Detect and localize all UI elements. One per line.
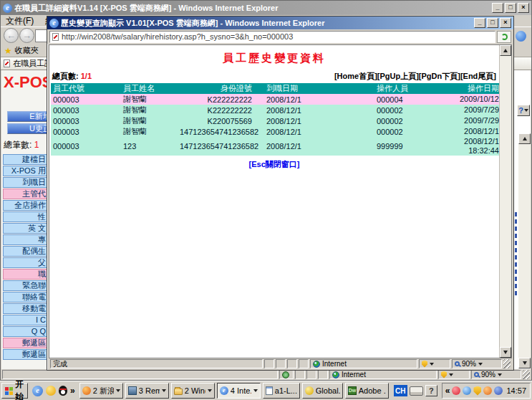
bg-vertical-scrollbar[interactable] xyxy=(518,133,531,368)
sidebar-item[interactable]: 父 xyxy=(3,257,49,268)
bg-minimize-button[interactable]: _ xyxy=(492,3,503,13)
resize-grip[interactable] xyxy=(503,359,511,368)
cell: 謝智蘭 xyxy=(119,126,180,137)
windows-logo-icon xyxy=(5,387,13,395)
start-button[interactable]: 开始 xyxy=(1,383,28,399)
chevron-down-icon xyxy=(116,389,120,392)
sidebar-item[interactable]: 緊急聯 xyxy=(3,280,49,291)
scroll-up-icon[interactable] xyxy=(500,45,511,56)
help-menu-button[interactable]: ? xyxy=(517,105,530,116)
add-button[interactable]: E新增 xyxy=(7,111,52,122)
taskbar-button-uc[interactable]: 2 新浪UC xyxy=(79,383,123,399)
popup-titlebar[interactable]: e 歷史變更查詢顯示 V1.01[X-POS 雲端商務網] - Windows … xyxy=(47,16,513,29)
taskbar-clock[interactable]: 14:57 xyxy=(506,386,526,395)
popup-zoom-level: 90% xyxy=(462,360,476,368)
close-window-link[interactable]: [Esc關閉窗口] xyxy=(49,159,499,170)
cell: 2008/12/1 xyxy=(255,137,362,156)
sidebar-item[interactable]: 全店操作 xyxy=(3,200,49,211)
tray-collapse-icon[interactable]: « xyxy=(445,386,450,396)
bg-close-button[interactable]: × xyxy=(518,3,529,13)
tray-volume-icon[interactable] xyxy=(483,386,492,395)
taskbar-button-adobe[interactable]: Dw Adobe ... xyxy=(345,383,389,399)
cell: 147123654741236582 xyxy=(180,126,255,137)
ie-quicklaunch-icon[interactable]: e xyxy=(32,386,43,396)
chevron-down-icon xyxy=(253,389,258,392)
sidebar-item[interactable]: 性 xyxy=(3,211,49,222)
bg-security-zone: Internet xyxy=(329,370,437,379)
popup-statusbar: 完成 Internet 90% xyxy=(49,358,512,369)
menu-file[interactable]: 文件(F) xyxy=(6,15,34,27)
cell: 2008/12/1 xyxy=(255,94,362,105)
cell: 謝智蘭 xyxy=(119,105,180,115)
popup-protected-mode[interactable] xyxy=(419,359,450,368)
bg-maximize-button[interactable]: □ xyxy=(505,3,516,13)
taskbar-button-internet[interactable]: e 4 Inte... xyxy=(217,383,261,399)
tray-security-shield-icon[interactable] xyxy=(473,386,481,396)
search-icon[interactable] xyxy=(516,31,526,42)
language-indicator[interactable]: CH xyxy=(394,385,407,396)
quick-launch-overflow-icon[interactable]: » xyxy=(70,386,75,396)
sidebar-item[interactable]: 聯絡電 xyxy=(3,292,49,303)
popup-status-cell xyxy=(264,359,274,368)
uc-quicklaunch-icon[interactable] xyxy=(46,386,56,396)
sidebar-item[interactable]: 配偶生 xyxy=(3,246,49,257)
language-help-button[interactable]: ? xyxy=(425,385,437,396)
bg-protected-mode[interactable] xyxy=(438,370,470,379)
scroll-down-icon[interactable] xyxy=(518,358,531,368)
table-row: 000003 謝智蘭 K222222222 2008/12/1 000004 2… xyxy=(51,94,499,105)
magnifier-icon xyxy=(474,372,479,377)
sidebar-item[interactable]: X-POS 用 xyxy=(3,166,49,176)
tray-uc-icon[interactable] xyxy=(452,386,460,395)
popup-close-button[interactable]: × xyxy=(500,18,511,28)
uc-icon xyxy=(82,386,91,395)
forward-button[interactable]: → xyxy=(19,28,34,43)
sidebar-item[interactable]: 郵遞區 xyxy=(3,349,49,360)
popup-window-title: 歷史變更查詢顯示 V1.01[X-POS 雲端商務網] - Windows In… xyxy=(61,18,472,29)
keyboard-icon[interactable] xyxy=(410,386,423,396)
sidebar-item[interactable]: I C xyxy=(3,315,49,325)
favorites-label[interactable]: 收藏夾 xyxy=(15,45,39,56)
refresh-icon xyxy=(501,34,508,40)
taskbar-button-remote[interactable]: 3 Remo... xyxy=(125,383,169,399)
popup-vertical-scrollbar[interactable] xyxy=(499,45,511,358)
sidebar-item[interactable]: 到職日 xyxy=(3,177,49,188)
back-button[interactable]: ← xyxy=(4,28,19,43)
favorites-star-icon[interactable]: ★ xyxy=(4,47,12,55)
total-records-value: 1 xyxy=(34,140,39,150)
taskbar-button-notepad[interactable]: a1-L... xyxy=(263,383,300,399)
taskbar-button-global[interactable]: Global... xyxy=(302,383,343,399)
sidebar-item[interactable]: Q Q xyxy=(3,326,49,337)
url-field[interactable]: http://win2008/tw/salary/hirehistory.asp… xyxy=(49,31,495,43)
taskbar-button-label: 2 新浪UC xyxy=(93,386,114,396)
sidebar-item[interactable]: 郵遞區 xyxy=(3,338,49,348)
scroll-down-icon[interactable] xyxy=(500,347,511,358)
cell: 000003 xyxy=(51,94,119,105)
bg-zoom-control[interactable]: 90% xyxy=(471,370,521,379)
scroll-up-icon[interactable] xyxy=(518,133,531,144)
table-row: 000003 謝智蘭 K222222222 2008/12/1 000002 2… xyxy=(51,105,499,115)
sidebar-item[interactable]: 建檔日 xyxy=(3,154,49,165)
tray-messenger-icon[interactable] xyxy=(463,386,471,395)
sidebar-item[interactable]: 移動電 xyxy=(3,303,49,314)
shield-icon xyxy=(422,361,427,368)
sidebar-item[interactable]: 職 xyxy=(3,269,49,280)
url-text: http://win2008/tw/salary/hirehistory.asp… xyxy=(62,32,293,41)
bg-titlebar[interactable]: e 在職員工詳細資料V1.14 [X-POS 雲端商務網] - Windows … xyxy=(1,1,531,15)
refresh-button[interactable] xyxy=(497,31,511,43)
qq-quicklaunch-icon[interactable] xyxy=(59,386,67,396)
sidebar-field-list: 建檔日 X-POS 用 到職日 主管代 全店操作 性 英 文 專 配偶生 父 職… xyxy=(3,154,50,361)
pagination-links[interactable]: [Home首頁][PgUp上頁][PgDn下頁][End尾頁] xyxy=(334,71,496,82)
sidebar-item[interactable]: 英 文 xyxy=(3,223,49,234)
popup-zoom-control[interactable]: 90% xyxy=(452,359,502,368)
update-button[interactable]: U更正 xyxy=(7,123,52,134)
popup-maximize-button[interactable]: □ xyxy=(487,18,498,28)
tray-network-icon[interactable] xyxy=(494,386,503,395)
sidebar-item[interactable]: 專 xyxy=(3,234,49,245)
table-row: 000003 123 147123654741236582 2008/12/1 … xyxy=(51,137,499,156)
popup-status-cell xyxy=(276,359,286,368)
popup-minimize-button[interactable]: _ xyxy=(474,18,485,28)
taskbar-button-windows[interactable]: 2 Wind... xyxy=(171,383,215,399)
sidebar-item[interactable]: 主管代 xyxy=(3,189,49,199)
taskbar-button-label: 3 Remo... xyxy=(139,386,160,395)
resize-grip[interactable] xyxy=(523,370,530,379)
